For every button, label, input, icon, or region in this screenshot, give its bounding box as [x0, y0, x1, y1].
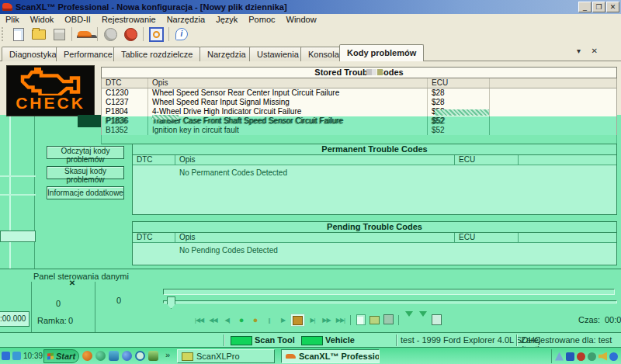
- table-row[interactable]: B1352 Ignition key in circuit fault $52: [101, 126, 617, 135]
- tray-icon[interactable]: [555, 352, 564, 361]
- cell-opis: Transfer Case Front Shaft Speed Sensor C…: [148, 116, 428, 126]
- progress-track[interactable]: [163, 289, 615, 295]
- vehicle-icon: [78, 31, 92, 37]
- skip-end-button[interactable]: ▶▶|: [334, 314, 347, 326]
- menu-widok[interactable]: Widok: [25, 15, 60, 24]
- slider-track[interactable]: [163, 300, 617, 303]
- table-row[interactable]: C1230 Wheel Speed Sensor Rear Center Inp…: [101, 88, 617, 98]
- step-forward-button[interactable]: ▶|: [306, 314, 319, 326]
- snapshot-button[interactable]: [430, 314, 443, 326]
- tab-performance[interactable]: Performance: [56, 47, 120, 61]
- slider-thumb[interactable]: [167, 296, 175, 309]
- col-ecu[interactable]: ECU: [455, 233, 519, 242]
- elapsed-time-box: :00.000: [0, 311, 29, 327]
- read-codes-button[interactable]: Odczytaj kody problemów: [47, 146, 124, 159]
- export-button[interactable]: [402, 314, 415, 326]
- pending-codes-group: Pending Trouble Codes DTC Opis ECU No Pe…: [132, 221, 617, 265]
- tray-icon[interactable]: [566, 352, 574, 361]
- log-folder-toggle[interactable]: [290, 314, 305, 327]
- menu-rejestrowanie[interactable]: Rejestrowanie: [96, 15, 161, 24]
- start-button[interactable]: Start: [43, 349, 79, 363]
- gauges-button[interactable]: [146, 26, 166, 43]
- menu-window[interactable]: Window: [281, 15, 322, 24]
- tab-kody-problemow[interactable]: Kody problemów: [339, 44, 424, 61]
- col-opis[interactable]: Opis: [175, 233, 455, 242]
- menu-pomoc[interactable]: Pomoc: [243, 15, 280, 24]
- col-ecu[interactable]: ECU: [428, 78, 490, 88]
- shield-tray-icon[interactable]: [588, 352, 596, 361]
- explorer-quicklaunch-icon[interactable]: [109, 351, 119, 361]
- media-player-quicklaunch-icon[interactable]: [135, 351, 145, 361]
- extra-info-button[interactable]: Informacje dodatkowe: [47, 186, 124, 199]
- tray-icon[interactable]: [609, 352, 618, 361]
- menu-plik[interactable]: Plik: [0, 15, 25, 24]
- permanent-codes-group: Permanent Trouble Codes DTC Opis ECU No …: [132, 144, 617, 215]
- col-extra[interactable]: [519, 233, 616, 242]
- clear-codes-button[interactable]: Skasuj kody problemów: [47, 166, 124, 179]
- open-file-button[interactable]: [29, 26, 49, 43]
- volume-tray-icon[interactable]: [598, 352, 607, 361]
- col-opis[interactable]: Opis: [148, 78, 428, 88]
- clock: 10:39: [23, 352, 43, 360]
- minimize-button[interactable]: _: [578, 2, 592, 12]
- connect-button[interactable]: [100, 26, 120, 43]
- messenger-quicklaunch-icon[interactable]: [95, 351, 106, 361]
- new-log-button[interactable]: [354, 314, 367, 326]
- stored-codes-group: Stored Trouble Codes DTC Opis ECU C1230 …: [101, 67, 617, 141]
- tab-tablice-rozdzielcze[interactable]: Tablice rozdzielcze: [113, 47, 200, 61]
- menu-jezyk[interactable]: Język: [210, 15, 243, 24]
- save-file-button[interactable]: [49, 26, 69, 43]
- pause-button[interactable]: ||: [262, 314, 276, 326]
- data-control-panel: Panel sterowania danymi ✕ 0 0 :00.000 Ra…: [0, 269, 621, 333]
- vehicle-button[interactable]: [75, 26, 95, 43]
- step-back-button[interactable]: ◀|: [220, 314, 234, 326]
- menu-narzedzia[interactable]: Narzędzia: [161, 15, 211, 24]
- browser-quicklaunch-icon[interactable]: [82, 351, 92, 361]
- tab-diagnostyka[interactable]: Diagnostyka: [2, 47, 64, 61]
- tab-ustawienia[interactable]: Ustawienia: [249, 47, 307, 61]
- tab-dropdown-icon[interactable]: ▾: [577, 47, 581, 55]
- cell-dtc: P1836: [102, 116, 148, 126]
- new-file-icon: [13, 28, 24, 41]
- marker-button[interactable]: ●: [248, 314, 262, 326]
- taskbar: 10:39 Start » ScanXLPro ScanXL™ Professi…: [0, 347, 621, 364]
- col-dtc[interactable]: DTC: [133, 155, 175, 165]
- task-scanxl-professional[interactable]: ScanXL™ Professional...: [281, 349, 380, 363]
- col-extra[interactable]: [519, 155, 616, 165]
- table-row[interactable]: C1237 Wheel Speed Rear Input Signal Miss…: [101, 98, 617, 107]
- col-extra[interactable]: [490, 78, 616, 88]
- close-button[interactable]: ✕: [606, 2, 619, 12]
- disconnect-button[interactable]: [120, 26, 141, 43]
- cell-ecu: $52: [428, 126, 490, 135]
- save-log-button[interactable]: [382, 314, 395, 326]
- tab-narzedzia[interactable]: Narzędzia: [199, 47, 254, 61]
- rewind-button[interactable]: ◀◀: [206, 314, 220, 326]
- new-file-button[interactable]: [9, 26, 29, 43]
- col-dtc[interactable]: DTC: [133, 233, 175, 242]
- open-log-button[interactable]: [368, 314, 381, 326]
- tab-close-icon[interactable]: ✕: [592, 47, 598, 55]
- record-button[interactable]: ●: [234, 314, 248, 326]
- desktop-quicklaunch-icon[interactable]: [148, 351, 158, 361]
- col-dtc[interactable]: DTC: [102, 78, 148, 88]
- skip-start-button[interactable]: |◀◀: [193, 314, 206, 326]
- quicklaunch-overflow-icon[interactable]: »: [165, 350, 170, 359]
- disconnect-icon: [124, 28, 137, 41]
- play-button[interactable]: ▶: [276, 314, 290, 326]
- app-logo-icon: [2, 3, 12, 11]
- fast-forward-button[interactable]: ▶▶: [320, 314, 333, 326]
- restore-button[interactable]: ❐: [592, 2, 605, 12]
- task-scanxlpro-folder[interactable]: ScanXLPro: [177, 349, 275, 363]
- menu-obd2[interactable]: OBD-II: [59, 15, 96, 24]
- network-error-tray-icon[interactable]: [577, 352, 585, 361]
- col-opis[interactable]: Opis: [175, 155, 455, 165]
- col-ecu[interactable]: ECU: [455, 155, 519, 165]
- panel-close-icon[interactable]: ✕: [67, 278, 78, 287]
- ie-quicklaunch-icon[interactable]: [122, 351, 132, 361]
- download-button[interactable]: [416, 314, 429, 326]
- check-engine-lamp: CHECK: [6, 65, 95, 116]
- window-title: ScanXL™ Professional - Nowa konfiguracja…: [16, 2, 287, 12]
- cell-ecu: $52: [428, 116, 490, 126]
- info-button[interactable]: i: [172, 26, 192, 43]
- toolbar-grip: [2, 27, 5, 41]
